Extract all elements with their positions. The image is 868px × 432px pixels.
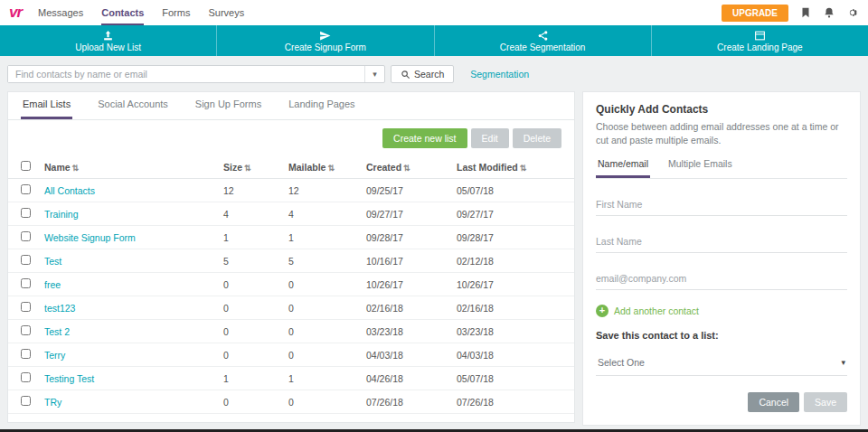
- upload-new-list-button[interactable]: Upload New List: [0, 25, 217, 56]
- email-lists-table: Name⇅ Size⇅ Mailable⇅ Created⇅ Last Modi…: [8, 155, 574, 414]
- table-row: Test 5 5 10/16/17 02/12/18: [8, 249, 574, 273]
- row-checkbox[interactable]: [21, 208, 31, 218]
- modified-cell: 07/26/18: [451, 390, 574, 414]
- create-landing-page-button[interactable]: Create Landing Page: [652, 25, 868, 56]
- delete-button[interactable]: Delete: [513, 128, 561, 148]
- tab-social-accounts[interactable]: Social Accounts: [96, 99, 170, 119]
- sort-icon[interactable]: ⇅: [244, 164, 251, 173]
- row-checkbox[interactable]: [21, 255, 31, 265]
- table-row: All Contacts 12 12 09/25/17 05/07/18: [8, 179, 574, 202]
- created-cell: 02/16/18: [361, 296, 451, 320]
- table-row: Website Signup Form 1 1 09/28/17 09/28/1…: [8, 226, 574, 249]
- segmentation-link[interactable]: Segmentation: [470, 69, 529, 80]
- sort-icon[interactable]: ⇅: [327, 164, 335, 173]
- create-segmentation-button[interactable]: Create Segmentation: [435, 25, 652, 56]
- action-label: Create Signup Form: [285, 42, 366, 52]
- create-new-list-button[interactable]: Create new list: [382, 128, 467, 148]
- tab-sign-up-forms[interactable]: Sign Up Forms: [193, 99, 263, 119]
- list-select-value: Select One: [598, 357, 645, 368]
- tab-landing-pages[interactable]: Landing Pages: [287, 99, 356, 119]
- sort-icon[interactable]: ⇅: [72, 164, 80, 173]
- first-name-field[interactable]: [596, 193, 847, 216]
- table-row: Training 4 4 09/27/17 09/27/17: [8, 202, 574, 226]
- nav-item-forms[interactable]: Forms: [162, 0, 190, 25]
- nav-item-surveys[interactable]: Surveys: [208, 0, 244, 25]
- select-all-checkbox[interactable]: [21, 161, 31, 171]
- topnav-right: UPGRADE: [722, 5, 859, 22]
- mailable-cell: 12: [283, 179, 361, 202]
- list-name-link[interactable]: test123: [44, 303, 75, 314]
- list-name-link[interactable]: Training: [44, 209, 79, 220]
- row-checkbox[interactable]: [21, 278, 31, 288]
- edit-button[interactable]: Edit: [471, 128, 509, 148]
- save-button[interactable]: Save: [804, 392, 847, 412]
- save-to-list-label: Save this contact to a list:: [596, 330, 847, 341]
- column-header-last-modified: Last Modified: [457, 162, 518, 173]
- bookmark-icon[interactable]: [799, 6, 812, 19]
- list-select[interactable]: Select One ▾: [596, 350, 847, 376]
- list-name-link[interactable]: free: [44, 279, 61, 290]
- column-header-size: Size: [223, 162, 242, 173]
- table-row: Terry 0 0 04/03/18 04/03/18: [8, 343, 574, 367]
- row-checkbox[interactable]: [21, 325, 31, 335]
- row-checkbox[interactable]: [21, 184, 31, 194]
- table-row: free 0 0 10/26/17 10/26/17: [8, 273, 574, 296]
- sort-icon[interactable]: ⇅: [520, 164, 527, 173]
- list-name-link[interactable]: TRy: [44, 397, 61, 408]
- nav-item-messages[interactable]: Messages: [38, 0, 83, 25]
- modified-cell: 02/12/18: [451, 249, 574, 273]
- bell-icon[interactable]: [823, 6, 835, 19]
- plus-icon: +: [596, 305, 609, 317]
- email-field[interactable]: [596, 268, 847, 290]
- upgrade-button[interactable]: UPGRADE: [722, 5, 788, 22]
- list-name-link[interactable]: Terry: [44, 350, 65, 361]
- modified-cell: 03/23/18: [451, 320, 574, 343]
- row-checkbox[interactable]: [21, 349, 31, 359]
- row-checkbox[interactable]: [21, 372, 31, 382]
- list-name-link[interactable]: All Contacts: [44, 185, 95, 196]
- mailable-cell: 0: [283, 273, 361, 296]
- search-button[interactable]: Search: [391, 65, 454, 83]
- modified-cell: 09/27/17: [451, 202, 574, 226]
- sort-icon[interactable]: ⇅: [403, 164, 410, 173]
- action-bar: Upload New List Create Signup Form Creat…: [0, 25, 868, 56]
- search-button-label: Search: [414, 69, 444, 80]
- gear-icon[interactable]: [846, 6, 859, 19]
- action-label: Create Segmentation: [500, 42, 586, 52]
- search-input[interactable]: [8, 66, 364, 82]
- created-cell: 09/28/17: [361, 226, 451, 249]
- mailable-cell: 5: [283, 249, 361, 273]
- create-signup-form-button[interactable]: Create Signup Form: [217, 25, 434, 56]
- list-name-link[interactable]: Website Signup Form: [44, 232, 136, 243]
- row-checkbox[interactable]: [21, 302, 31, 312]
- list-name-link[interactable]: Test: [44, 256, 61, 267]
- action-label: Create Landing Page: [717, 42, 803, 52]
- table-header-row: Name⇅ Size⇅ Mailable⇅ Created⇅ Last Modi…: [8, 155, 574, 179]
- share-icon: [537, 30, 549, 42]
- list-name-link[interactable]: Testing Test: [44, 373, 94, 384]
- tab-name-email[interactable]: Name/email: [596, 158, 650, 178]
- last-name-field[interactable]: [596, 230, 847, 253]
- tab-email-lists[interactable]: Email Lists: [21, 99, 72, 119]
- add-another-contact-button[interactable]: + Add another contact: [596, 305, 847, 317]
- vr-logo[interactable]: vr: [9, 4, 22, 22]
- size-cell: 0: [218, 343, 283, 367]
- mailable-cell: 1: [283, 367, 361, 390]
- created-cell: 07/26/18: [361, 390, 451, 414]
- mailable-cell: 0: [283, 320, 361, 343]
- email-lists-panel: Email Lists Social Accounts Sign Up Form…: [7, 91, 575, 423]
- size-cell: 12: [218, 179, 283, 202]
- search-dropdown-caret[interactable]: ▾: [364, 66, 384, 82]
- row-checkbox[interactable]: [21, 396, 31, 406]
- modified-cell: 05/07/18: [451, 179, 574, 202]
- nav-item-contacts[interactable]: Contacts: [101, 0, 144, 25]
- list-name-link[interactable]: Test 2: [44, 326, 70, 337]
- cancel-button[interactable]: Cancel: [748, 392, 799, 412]
- modified-cell: 04/03/18: [451, 343, 574, 367]
- size-cell: 0: [218, 390, 283, 414]
- tab-multiple-emails[interactable]: Multiple Emails: [666, 158, 734, 178]
- row-checkbox[interactable]: [21, 231, 31, 241]
- quick-add-tabs: Name/email Multiple Emails: [596, 158, 847, 179]
- table-row: Test 2 0 0 03/23/18 03/23/18: [8, 320, 574, 343]
- quick-add-contacts-panel: Quickly Add Contacts Choose between addi…: [582, 91, 861, 426]
